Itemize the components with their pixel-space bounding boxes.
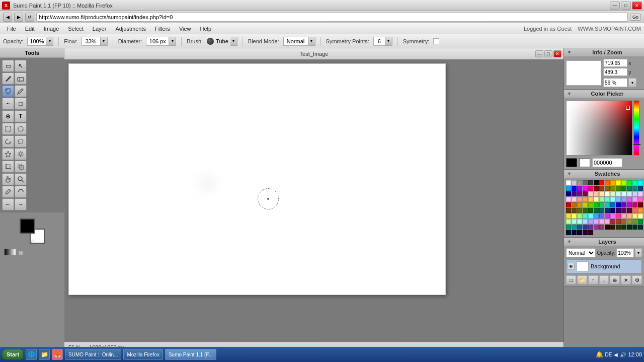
swatch-cell[interactable]: [605, 197, 610, 202]
color-spectrum[interactable]: [566, 100, 632, 156]
taskbar-task-sumo-online[interactable]: SUMO Paint :: Onlin...: [65, 349, 121, 360]
swatch-cell[interactable]: [632, 186, 637, 191]
move-tool-btn[interactable]: ▭: [2, 60, 14, 72]
menu-layer[interactable]: Layer: [89, 25, 111, 33]
swatch-cell[interactable]: [588, 186, 593, 191]
swatch-cell[interactable]: [616, 219, 621, 224]
canvas-wrapper[interactable]: [64, 59, 564, 342]
duplicate-layer-btn[interactable]: ⊕: [610, 275, 620, 284]
swatch-cell[interactable]: [610, 186, 615, 191]
swatch-cell[interactable]: [605, 186, 610, 191]
swatch-cell[interactable]: [588, 202, 593, 207]
swatch-cell[interactable]: [616, 213, 621, 219]
swatch-cell[interactable]: [566, 213, 571, 219]
taskbar-icon-ie[interactable]: 🌐: [26, 349, 37, 360]
swatches-header[interactable]: ▼ Swatches: [564, 170, 644, 178]
taskbar-task-sumo-paint[interactable]: Sumo Paint 1.1 (F...: [165, 349, 216, 360]
swatch-cell[interactable]: [638, 225, 643, 230]
swatch-cell[interactable]: [577, 202, 582, 207]
swatch-cell[interactable]: [621, 202, 626, 207]
swatch-cell[interactable]: [566, 225, 571, 230]
ellipse-select-btn[interactable]: [15, 123, 27, 135]
menu-help[interactable]: Help: [196, 25, 216, 33]
diameter-arrow[interactable]: ▾: [169, 37, 176, 46]
blend-mode-input[interactable]: [283, 37, 308, 46]
pencil-tool-btn[interactable]: [15, 85, 27, 97]
swatch-cell[interactable]: [621, 186, 626, 191]
swatch-cell[interactable]: [566, 202, 571, 207]
menu-image[interactable]: Image: [40, 25, 63, 33]
swatch-cell[interactable]: [588, 219, 593, 224]
swatch-cell[interactable]: [605, 191, 610, 196]
swatch-cell[interactable]: [594, 202, 599, 207]
swatch-cell[interactable]: [572, 230, 577, 235]
swatch-cell[interactable]: [632, 213, 637, 219]
swatch-cell[interactable]: [610, 202, 615, 207]
swatch-cell[interactable]: [599, 202, 604, 207]
swatch-cell[interactable]: [621, 208, 626, 213]
swatch-cell[interactable]: [621, 180, 626, 185]
swatch-cell[interactable]: [632, 225, 637, 230]
reload-button[interactable]: ↺: [25, 13, 34, 22]
swatch-cell[interactable]: [638, 197, 643, 202]
swatch-cell[interactable]: [621, 197, 626, 202]
swatch-cell[interactable]: [594, 219, 599, 224]
star-btn[interactable]: [2, 148, 14, 160]
symmetry-points-arrow[interactable]: ▾: [385, 37, 392, 46]
canvas-surface[interactable]: [68, 63, 446, 295]
swatch-cell[interactable]: [627, 208, 632, 213]
swatch-cell[interactable]: [566, 219, 571, 224]
color-picker-collapse-btn[interactable]: ▼: [567, 91, 572, 96]
swatch-cell[interactable]: [632, 202, 637, 207]
swatch-cell[interactable]: [605, 219, 610, 224]
swatches-collapse-btn[interactable]: ▼: [567, 171, 572, 176]
symmetry-points-input[interactable]: [373, 37, 385, 46]
swatch-cell[interactable]: [572, 219, 577, 224]
swatch-cell[interactable]: [577, 186, 582, 191]
swap-colors-btn[interactable]: ⇄: [31, 239, 35, 244]
swatch-cell[interactable]: [572, 208, 577, 213]
layer-folder-btn[interactable]: 📁: [577, 275, 587, 284]
swatch-cell[interactable]: [577, 208, 582, 213]
delete-layer-btn[interactable]: ✕: [621, 275, 631, 284]
swatch-cell[interactable]: [638, 186, 643, 191]
swatch-cell[interactable]: [632, 180, 637, 185]
taskbar-speaker-icon[interactable]: 🔊: [620, 352, 626, 357]
text-tool-btn[interactable]: T: [15, 110, 27, 122]
swatch-cell[interactable]: [605, 225, 610, 230]
swatch-cell[interactable]: [610, 213, 615, 219]
swatch-cell[interactable]: [616, 191, 621, 196]
active-color-swatch[interactable]: [566, 158, 577, 167]
foreground-color-swatch[interactable]: [20, 219, 35, 234]
layer-visibility-btn[interactable]: 👁: [568, 263, 575, 270]
swatch-cell[interactable]: [605, 208, 610, 213]
swatch-cell[interactable]: [632, 219, 637, 224]
menu-adjustments[interactable]: Adjustments: [111, 25, 150, 33]
swatch-cell[interactable]: [566, 186, 571, 191]
taskbar-task-firefox[interactable]: Mozilla Firefox: [123, 349, 163, 360]
smudge-tool-btn[interactable]: ~: [2, 98, 14, 110]
swatch-cell[interactable]: [588, 191, 593, 196]
swatch-cell[interactable]: [610, 219, 615, 224]
swatch-cell[interactable]: [605, 202, 610, 207]
flow-input[interactable]: [82, 37, 101, 46]
swatch-cell[interactable]: [566, 180, 571, 185]
swatch-cell[interactable]: [599, 191, 604, 196]
hand-tool-btn[interactable]: [2, 173, 14, 185]
minimize-button[interactable]: —: [610, 2, 620, 10]
pattern-icon[interactable]: ▦: [17, 249, 24, 256]
swatch-cell[interactable]: [621, 213, 626, 219]
swatch-cell[interactable]: [605, 213, 610, 219]
polygon-lasso-btn[interactable]: [15, 135, 27, 148]
swatch-cell[interactable]: [583, 186, 588, 191]
info-zoom-header[interactable]: ▼ Info / Zoom: [564, 48, 644, 57]
zoom-arrow[interactable]: ▾: [628, 78, 636, 87]
inactive-color-swatch[interactable]: [579, 158, 590, 167]
swatch-cell[interactable]: [594, 197, 599, 202]
symmetry-checkbox[interactable]: [433, 38, 439, 44]
swatch-cell[interactable]: [610, 180, 615, 185]
menu-view[interactable]: View: [175, 25, 195, 33]
swatch-cell[interactable]: [638, 213, 643, 219]
flow-arrow[interactable]: ▾: [101, 37, 108, 46]
eyedropper-btn[interactable]: [2, 186, 14, 198]
